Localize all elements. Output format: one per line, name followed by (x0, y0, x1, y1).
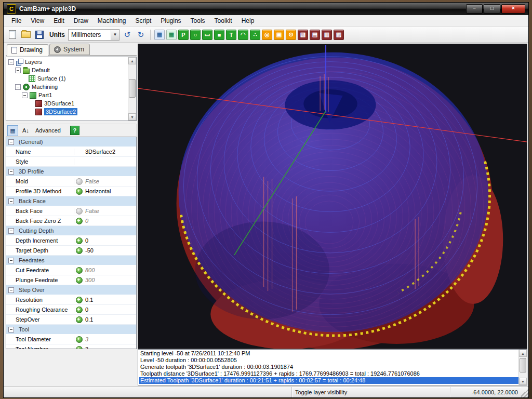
chevron-down-icon[interactable]: ▼ (111, 30, 119, 40)
property-row-plunge-feedrate[interactable]: Plunge Feedrate300 (6, 275, 136, 285)
maximize-button[interactable]: □ (484, 4, 500, 14)
property-value[interactable]: -50 (84, 247, 136, 254)
scroll-down-icon[interactable]: ▼ (519, 378, 527, 385)
property-row-cut-feedrate[interactable]: Cut Feedrate800 (6, 265, 136, 275)
menu-help[interactable]: Help (237, 16, 259, 26)
property-row-roughing-clearance[interactable]: Roughing Clearance0 (6, 305, 136, 315)
mop-lathe-icon[interactable]: ▤ (310, 30, 320, 40)
mop-profile-icon[interactable]: ▣ (274, 30, 284, 40)
property-value[interactable]: 0.1 (84, 297, 136, 303)
help-button[interactable]: ? (70, 126, 79, 135)
minimize-button[interactable]: – (466, 4, 483, 14)
scroll-down-icon[interactable]: ▼ (128, 113, 136, 121)
tree-item-layers[interactable]: Layers (7, 58, 128, 66)
collapse-icon[interactable] (8, 139, 14, 145)
alphabetical-sort-button[interactable]: A↓ (20, 125, 31, 136)
draw-square-icon[interactable]: ■ (214, 30, 224, 40)
log-line[interactable]: Starting level -50 at 7/26/2011 10:12:40… (139, 350, 518, 357)
collapse-icon[interactable] (8, 287, 14, 293)
collapse-icon[interactable] (15, 68, 21, 73)
mop-pocket-icon[interactable]: ◎ (262, 30, 272, 40)
draw-points-icon[interactable]: ∴ (250, 30, 260, 40)
menu-plugins[interactable]: Plugins (156, 16, 185, 26)
title-bar[interactable]: C CamBam+ apple3D – □ × (4, 3, 528, 15)
property-row-name[interactable]: Name3DSurface2 (6, 147, 136, 157)
property-value[interactable]: 0 (84, 218, 136, 224)
draw-polyline-icon[interactable]: P (178, 30, 189, 40)
collapse-icon[interactable] (8, 228, 14, 234)
mop-engrave-icon[interactable]: ⊙ (286, 30, 296, 40)
open-file-button[interactable] (20, 29, 32, 41)
menu-script[interactable]: Script (131, 16, 156, 26)
viewport-3d[interactable] (138, 44, 527, 349)
property-category-tool[interactable]: Tool (6, 325, 136, 335)
property-value[interactable]: 3DSurface2 (84, 149, 136, 155)
property-row-mold[interactable]: MoldFalse (6, 177, 136, 187)
draw-arc-icon[interactable]: ◠ (238, 30, 248, 40)
property-value[interactable]: 800 (84, 267, 136, 273)
tab-drawing[interactable]: Drawing (7, 44, 48, 56)
advanced-toggle[interactable]: Advanced (35, 127, 61, 134)
tree-scrollbar-thumb[interactable] (129, 79, 136, 98)
menu-draw[interactable]: Draw (69, 16, 93, 26)
property-row-profile-3d-method[interactable]: Profile 3D MethodHorizontal (6, 187, 136, 196)
new-file-button[interactable] (7, 29, 18, 41)
tree-item-surface-1[interactable]: Surface (1) (7, 74, 128, 83)
redo-button[interactable]: ↻ (135, 29, 147, 41)
menu-view[interactable]: View (26, 16, 49, 26)
units-dropdown[interactable]: Millimeters ▼ (68, 29, 119, 41)
close-button[interactable]: × (501, 4, 525, 14)
resize-grip[interactable] (521, 387, 528, 397)
property-row-style[interactable]: Style (6, 157, 136, 167)
snap-grid-icon[interactable]: ▦ (166, 30, 177, 40)
property-row-resolution[interactable]: Resolution0.1 (6, 295, 136, 305)
property-value[interactable]: Horizontal (84, 188, 136, 194)
mop-3dsurface-icon[interactable]: ▧ (298, 30, 308, 40)
property-value[interactable]: 300 (84, 277, 136, 283)
save-file-button[interactable] (34, 29, 45, 41)
collapse-icon[interactable] (8, 198, 14, 204)
property-category-feedrates[interactable]: Feedrates (6, 256, 136, 265)
categorized-view-button[interactable]: ▦ (7, 125, 18, 136)
property-row-back-face[interactable]: Back FaceFalse (6, 206, 136, 216)
scroll-up-icon[interactable]: ▲ (128, 57, 136, 64)
tree-item-part1[interactable]: Part1 (7, 91, 128, 99)
tree-item-default[interactable]: Default (7, 66, 128, 74)
log-line[interactable]: Level -50 duration : 00:00:00.0552805 (139, 357, 518, 364)
tree-item-3dsurface2[interactable]: 3DSurface2 (7, 108, 128, 116)
log-scrollbar[interactable]: ▲ ▼ (518, 350, 527, 385)
property-category-step-over[interactable]: Step Over (6, 285, 136, 295)
property-value[interactable]: 0.1 (84, 316, 136, 323)
collapse-icon[interactable] (8, 327, 14, 332)
log-line[interactable]: Toolpath distance '3DSurface1' : 17476.9… (139, 370, 518, 377)
menu-edit[interactable]: Edit (49, 16, 69, 26)
property-value[interactable]: False (84, 178, 136, 184)
log-line[interactable]: Estimated Toolpath '3DSurface1' duration… (139, 377, 518, 384)
property-value[interactable]: 3 (84, 346, 136, 349)
property-value[interactable]: 0 (84, 237, 136, 244)
menu-machining[interactable]: Machining (93, 16, 131, 26)
collapse-icon[interactable] (8, 59, 14, 65)
property-row-depth-increment[interactable]: Depth Increment0 (6, 236, 136, 246)
draw-text-icon[interactable]: T (226, 30, 236, 40)
tree-item-3dsurface1[interactable]: 3DSurface1 (7, 99, 128, 108)
property-row-tool-number[interactable]: Tool Number3 (6, 344, 136, 349)
collapse-icon[interactable] (8, 258, 14, 263)
mop-drill-icon[interactable]: ▥ (322, 30, 332, 40)
menu-file[interactable]: File (7, 16, 26, 26)
property-row-back-face-zero-z[interactable]: Back Face Zero Z0 (6, 216, 136, 226)
log-line[interactable]: Generate toolpath '3DSurface1' duration … (139, 364, 518, 370)
draw-rect-icon[interactable]: ▭ (202, 30, 212, 40)
collapse-icon[interactable] (8, 169, 14, 175)
scroll-up-icon[interactable]: ▲ (519, 350, 527, 357)
property-row-target-depth[interactable]: Target Depth-50 (6, 246, 136, 256)
log-scrollbar-thumb[interactable] (520, 358, 526, 373)
property-category-cutting-depth[interactable]: Cutting Depth (6, 226, 136, 236)
property-value[interactable]: 0 (84, 307, 136, 313)
undo-button[interactable]: ↺ (122, 29, 133, 41)
mop-script-icon[interactable]: ▨ (334, 30, 344, 40)
property-category-general[interactable]: (General) (6, 137, 136, 147)
tree-scrollbar[interactable]: ▲ ▼ (128, 57, 136, 121)
property-category-3d-profile[interactable]: 3D Profile (6, 167, 136, 177)
menu-toolkit[interactable]: Toolkit (210, 16, 237, 26)
